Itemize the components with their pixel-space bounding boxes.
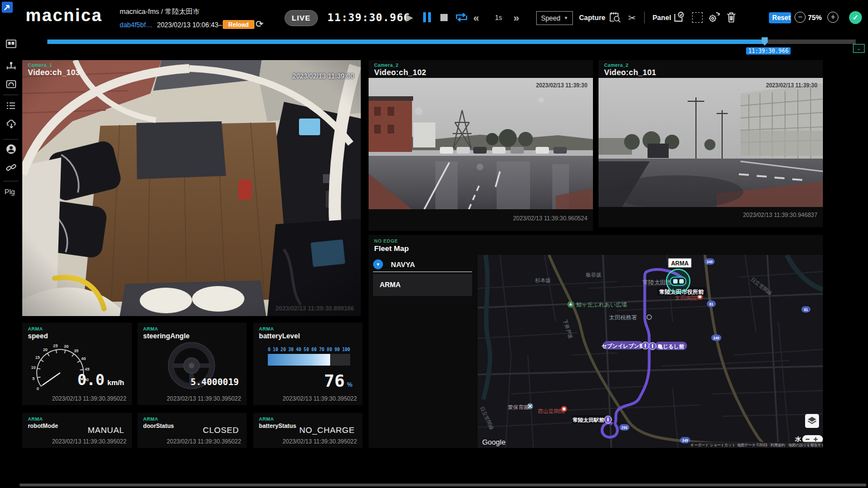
source-label: ARMA [143,326,158,332]
map-layers-button[interactable] [805,414,819,428]
svg-text:40: 40 [81,356,86,361]
panel-label: Panel [653,14,671,22]
left-sidebar: Plg [0,34,22,488]
panel-save-icon[interactable] [673,11,685,23]
svg-text:5: 5 [32,376,35,381]
sidebar-item-plugins[interactable]: Plg [4,188,15,196]
metric-name: batteryStatus [259,422,296,429]
panel-settings-icon[interactable] [708,11,721,24]
trash-icon[interactable] [725,11,737,23]
map-label-itaya: 板谷坂 [586,272,602,278]
telemetry-card-door-status: ARMA doorStatus CLOSED 2023/02/13 11:39:… [138,413,247,448]
battery-value: 76 % [324,371,352,391]
sidebar-divider [3,181,18,181]
map-label-hospital-ota: 太田病院 [675,295,697,301]
list-icon[interactable] [6,100,17,111]
live-button[interactable]: LIVE [285,10,318,26]
sidebar-divider [3,139,18,140]
cloud-download-icon[interactable] [6,119,17,130]
metric-timestamp: 2023/02/13 11:39:30.395022 [282,438,357,445]
vehicle-marker[interactable] [666,269,690,293]
camera-label: Camera_2 [374,62,426,68]
stream-id-link[interactable]: dab4f5bf… [120,21,153,29]
svg-text:常陸太田駅前: 常陸太田駅前 [573,417,605,423]
svg-text:349: 349 [713,336,719,340]
timeline-track[interactable]: 11:39:30.966 [47,40,856,44]
toolbar-divider [644,12,645,23]
timeline-handle[interactable] [762,37,768,46]
attr-shortcuts[interactable]: キーボード ショートカット [690,443,735,447]
svg-text:61: 61 [709,302,714,306]
svg-text:0: 0 [37,386,39,391]
stop-button[interactable] [440,14,448,21]
horizontal-scrollbar[interactable] [19,484,866,486]
camera-label: Camera_2 [604,62,656,68]
metric-timestamp: 2023/02/13 11:39:30.395022 [52,438,126,445]
timeline-collapse-button[interactable]: ⌄ [853,44,865,53]
timeline-tooltip: 11:39:30.966 [746,47,791,55]
vehicle-list-item[interactable]: ARMA [373,274,472,296]
channel-label: Video:ch_102 [374,68,426,77]
video-timestamp-overlay: 2023/02/13 11:39:30 [766,82,817,88]
vehicle-group-row: ▼ NAVYA [373,257,472,272]
gauge-panel-icon[interactable] [6,78,17,90]
zoom-in-button[interactable]: + [827,12,838,23]
step-back-button[interactable]: « [473,12,479,24]
zoom-reset-button[interactable]: Reset [769,12,791,23]
svg-text:25: 25 [53,343,57,348]
dashboard-icon[interactable] [6,38,17,50]
metric-value: MANUAL [87,425,124,435]
capture-list-icon[interactable] [609,11,621,23]
chevron-down-icon: ▼ [563,16,568,21]
refresh-icon[interactable]: ⟳ [256,18,263,30]
play-button[interactable]: ▶ [406,12,413,23]
header-bar: macnica macnica-fms / 常陸太田市 dab4f5bf… 20… [0,0,868,34]
speed-value: 0.0 km/h [77,371,124,388]
svg-text:セブンイレブン前: セブンイレブン前 [601,343,645,349]
playback-clock: 11:39:30.966 [327,11,410,23]
pause-button[interactable] [423,12,431,22]
select-area-icon[interactable] [692,12,703,23]
step-forward-button[interactable]: » [513,12,519,24]
zoom-out-button[interactable]: − [795,12,806,23]
loop-button[interactable] [454,11,469,23]
stream-start-time: 2023/02/13 10:06:43– [157,21,222,29]
google-logo: Google [482,438,506,446]
map-viewport[interactable]: 常陸太田市 杉本坂 板谷坂 下井戸坂 日立笠間線 日立笠間線 太田税務署 鯨ヶ丘… [478,255,823,448]
status-ok-icon: ✓ [849,11,862,24]
source-label: ARMA [259,326,274,332]
hospital-glyph-2 [563,408,566,411]
vehicle-tag: ARMA [668,258,692,268]
video-header-ch103: Camera_1 Video:ch_103 [28,62,80,77]
group-expander-icon[interactable]: ▼ [373,259,383,269]
metric-name: steeringAngle [143,332,189,340]
telemetry-card-robot-mode: ARMA robotMode MANUAL 2023/02/13 11:39:3… [22,413,132,448]
attr-terms[interactable]: 利用規約 [770,443,785,447]
stop-seven-eleven[interactable]: セブンイレブン前 [601,341,645,349]
metric-timestamp: 2023/02/13 11:39:30.395022 [166,438,241,445]
svg-text:293: 293 [621,426,627,430]
video-timestamp-overlay: 2023/02/13 11:39:30 [536,82,587,88]
video-timestamp-frame: 2023/02/13 11:39:30.960524 [513,215,587,221]
metric-name: batteryLevel [259,332,300,340]
stop-station[interactable]: 常陸太田駅前 [572,415,605,423]
map-label-seizando: 西山堂病院 [538,408,565,414]
user-icon[interactable] [6,144,17,155]
link-icon[interactable] [6,162,17,173]
speed-select[interactable]: Speed ▼ [536,11,573,25]
fms-app: macnica macnica-fms / 常陸太田市 dab4f5bf… 20… [0,0,868,488]
video-timestamp-overlay: 2023/02/13 11:39:30 [292,72,354,80]
pipeline-node-icon[interactable] [6,61,17,72]
stop-kamejirushi[interactable]: 亀じるし前 [655,342,687,350]
timeline-progress [47,40,764,44]
zoom-level: 75% [808,14,822,22]
reload-button[interactable]: Reload [223,20,254,29]
scissors-icon[interactable]: ✂ [628,12,636,24]
fleet-map-panel: NO EDGE Fleet Map ▼ NAVYA ARMA [369,235,823,448]
source-label: ARMA [143,416,158,422]
window-expand-icon[interactable] [2,2,13,13]
macnica-logo: macnica [26,6,102,26]
attr-report[interactable]: 地図の誤りを報告する [788,443,823,447]
hospital-glyph [699,295,702,298]
source-label: ARMA [28,416,43,422]
